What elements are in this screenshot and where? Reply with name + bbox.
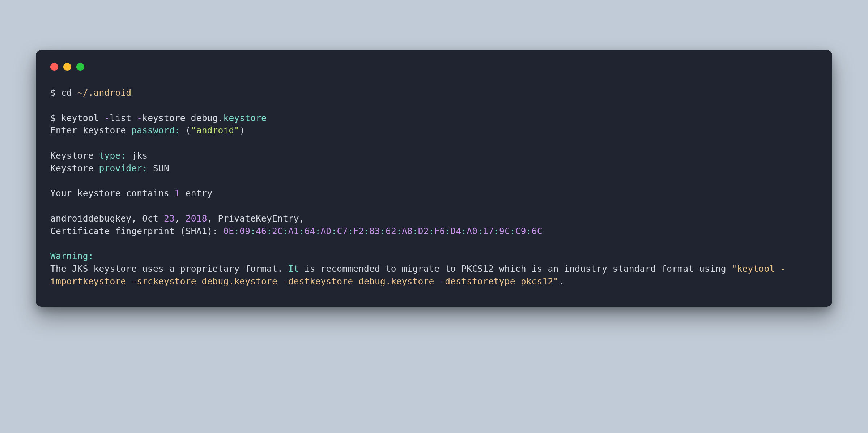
colon-sep: : [494,226,499,236]
text: Your keystore contains [50,188,175,198]
line-2: $ keytool -list -keystore debug.keystore [50,113,267,123]
hex-byte: 09 [239,226,250,236]
text: . [558,276,564,287]
line-3: Enter keystore password: ("android") [50,125,245,136]
cmd: cd [61,87,77,98]
colon-sep: : [413,226,418,236]
number: 1 [175,188,180,198]
hex-byte: F6 [434,226,445,236]
hex-byte: 0E [223,226,234,236]
colon-sep: : [250,226,256,236]
dash: - [137,113,142,123]
hex-byte: 64 [305,226,315,236]
dash: - [105,113,110,123]
hex-byte: 6 [532,226,537,236]
text: SUN [148,163,169,173]
line-1: $ cd ~/.android [50,87,131,98]
text: Certificate fingerprint (SHA1): [50,226,223,236]
colon-sep: : [510,226,515,236]
prompt: $ keytool [50,113,105,123]
text: The JKS keystore uses a proprietary form… [50,263,288,274]
traffic-lights [50,63,818,71]
colon-sep: : [396,226,402,236]
colon-sep: : [283,226,288,236]
warning-label: Warning [50,251,88,261]
text: Keystore [50,150,99,161]
number: 2018 [186,213,207,224]
text: jks [126,150,148,161]
colon-sep: : [445,226,451,236]
colon-sep: : [234,226,239,236]
colon-sep: : [267,226,272,236]
prompt: $ [50,87,61,98]
line-6: Your keystore contains 1 entry [50,188,213,198]
hex-byte: A0 [467,226,477,236]
text: , PrivateKeyEntry, [207,213,305,224]
colon-sep: : [364,226,369,236]
hex-byte: 62 [386,226,396,236]
paren: ( [186,125,191,136]
hex-byte: 9 [499,226,505,236]
colon: : [142,163,148,173]
close-icon[interactable] [50,63,58,71]
colon-sep: : [429,226,434,236]
text: entry [180,188,213,198]
colon-sep: : [348,226,353,236]
line-4: Keystore type: jks [50,150,148,161]
colon-sep: : [299,226,305,236]
hex-byte: D4 [450,226,461,236]
colon: : [175,125,186,136]
word: keystore debug. [142,113,223,123]
word: provider [99,163,142,173]
minimize-icon[interactable] [63,63,71,71]
hex-byte: D2 [418,226,429,236]
hex-byte: A8 [402,226,413,236]
hex-byte: C7 [337,226,348,236]
hex-byte: C [537,226,542,236]
word: keystore [223,113,267,123]
hex-byte: C [277,226,283,236]
text: , [175,213,186,224]
terminal-window: $ cd ~/.android $ keytool -list -keystor… [36,50,832,307]
text: is recommended to migrate to PKCS12 whic… [299,263,732,274]
colon: : [88,251,94,261]
line-5: Keystore provider: SUN [50,163,169,173]
hex-byte: C [505,226,510,236]
word: It [288,263,299,274]
terminal-output: $ cd ~/.android $ keytool -list -keystor… [50,87,818,288]
hex-byte: 17 [483,226,494,236]
text: Keystore [50,163,99,173]
hex-byte: 2 [272,226,277,236]
string: "android" [191,125,240,136]
hex-byte: F2 [353,226,364,236]
colon-sep: : [477,226,483,236]
line-7: androiddebugkey, Oct 23, 2018, PrivateKe… [50,213,305,224]
colon-sep: : [315,226,321,236]
hex-byte: A1 [288,226,299,236]
colon-sep: : [461,226,467,236]
text: Enter keystore [50,125,131,136]
word: type [99,150,121,161]
hex-byte: C9 [515,226,526,236]
line-8: Certificate fingerprint (SHA1): 0E:09:46… [50,226,542,236]
line-10: The JKS keystore uses a proprietary form… [50,263,786,287]
colon-sep: : [526,226,532,236]
text: androiddebugkey, Oct [50,213,164,224]
fingerprint: 0E:09:46:2C:A1:64:AD:C7:F2:83:62:A8:D2:F… [223,226,542,236]
colon: : [120,150,126,161]
hex-byte: 46 [256,226,267,236]
maximize-icon[interactable] [76,63,84,71]
colon-sep: : [331,226,337,236]
hex-byte: 83 [369,226,380,236]
paren: ) [239,125,245,136]
word: password [131,125,175,136]
word: list [110,113,137,123]
number: 23 [164,213,175,224]
path: ~/.android [77,87,132,98]
hex-byte: AD [321,226,332,236]
colon-sep: : [380,226,386,236]
line-9: Warning: [50,251,94,261]
